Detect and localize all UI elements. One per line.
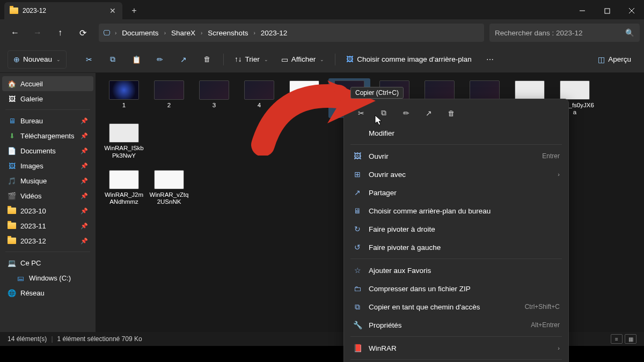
file-thumbnail — [560, 80, 590, 100]
ctx-copy-button[interactable]: ⧉ — [374, 105, 393, 122]
details-view-button[interactable]: ≡ — [611, 334, 623, 344]
ctx-share-button[interactable]: ↗ — [419, 105, 438, 122]
ctx-item[interactable]: ⊞Ouvrir avec› — [347, 165, 565, 183]
set-background-button[interactable]: 🖼 Choisir comme image d'arrière-plan — [341, 50, 477, 69]
pin-icon: 📌 — [80, 162, 88, 169]
ctx-item-icon: 🖼 — [353, 151, 362, 161]
sidebar-2023-10[interactable]: 2023-10📌 — [2, 203, 93, 218]
sidebar-this-pc[interactable]: 💻Ce PC — [2, 255, 93, 270]
file-thumbnail — [515, 80, 545, 100]
ctx-rename-button[interactable]: ✏ — [397, 105, 416, 122]
file-item[interactable]: chrome_4i... — [283, 78, 325, 118]
tab-current[interactable]: 2023-12 ✕ — [4, 2, 122, 19]
share-button[interactable]: ↗ — [173, 50, 194, 69]
sidebar-images[interactable]: 🖼Images📌 — [2, 158, 93, 173]
more-button[interactable]: ⋯ — [479, 50, 501, 69]
cut-button[interactable]: ✂ — [78, 50, 100, 69]
crumb-2023-12[interactable]: 2023-12 — [258, 27, 291, 39]
sidebar-network[interactable]: 🌐Réseau — [2, 285, 93, 300]
forward-button[interactable]: → — [27, 23, 48, 42]
file-item[interactable]: WinRAR_J2mANdhmmz — [103, 168, 145, 208]
sidebar-item-label: Réseau — [20, 289, 45, 297]
crumb-documents[interactable]: Documents — [119, 27, 162, 39]
status-count: 14 élément(s) — [8, 335, 47, 343]
ctx-item[interactable]: 📕WinRAR› — [347, 339, 565, 357]
ctx-item-label: Ajouter aux Favoris — [369, 267, 431, 275]
file-item[interactable]: 4 — [238, 78, 280, 118]
ctx-item[interactable]: ⧉Copier en tant que chemin d'accèsCtrl+S… — [347, 298, 565, 316]
sidebar-gallery[interactable]: 🖼Galerie — [2, 91, 93, 106]
sidebar-desktop[interactable]: 🖥Bureau📌 — [2, 113, 93, 128]
delete-button[interactable]: 🗑 — [196, 50, 218, 69]
file-label: WinRAR_J2mANdhmmz — [104, 191, 144, 205]
view-mode-buttons: ≡ ▦ — [611, 334, 636, 344]
file-thumbnail — [154, 80, 184, 100]
sidebar-downloads[interactable]: ⬇Téléchargements📌 — [2, 128, 93, 143]
up-button[interactable]: ↑ — [49, 23, 71, 42]
icons-view-button[interactable]: ▦ — [625, 334, 636, 344]
sidebar-videos[interactable]: 🎬Vidéos📌 — [2, 188, 93, 203]
chevron-right-icon: › — [162, 30, 168, 36]
ctx-delete-button[interactable]: 🗑 — [442, 105, 461, 122]
background-label: Choisir comme image d'arrière-plan — [357, 55, 471, 63]
sidebar-item-label: 2023-12 — [20, 237, 46, 245]
ctx-item[interactable]: 🔧PropriétésAlt+Entrer — [347, 316, 565, 334]
rename-button[interactable]: ✏ — [149, 50, 171, 69]
file-label: chrome_4i... — [287, 102, 321, 109]
ctx-item[interactable]: 🖼OuvrirEntrer — [347, 147, 565, 165]
sidebar-home[interactable]: 🏠Accueil — [2, 76, 93, 91]
sidebar-item-label: Documents — [20, 147, 56, 155]
ctx-item[interactable]: ↺Faire pivoter à gauche — [347, 238, 565, 256]
address-bar[interactable]: 🖵 › Documents › ShareX › Screenshots › 2… — [99, 24, 484, 42]
sidebar-2023-12[interactable]: 2023-12📌 — [2, 233, 93, 248]
ctx-shortcut: Ctrl+Shift+C — [525, 303, 560, 311]
file-item[interactable]: WinRAR_ISkbPk3NwY — [103, 121, 145, 161]
separator — [223, 54, 224, 65]
search-placeholder: Rechercher dans : 2023-12 — [495, 29, 583, 37]
pin-icon: 📌 — [80, 132, 88, 139]
ctx-item-icon: 🗀 — [353, 284, 362, 293]
ctx-item[interactable]: 🖥Choisir comme arrière-plan du bureau — [347, 202, 565, 220]
context-separator — [350, 336, 562, 337]
crumb-sharex[interactable]: ShareX — [168, 27, 199, 39]
back-button[interactable]: ← — [4, 23, 26, 42]
preview-pane-button[interactable]: ◫ Aperçu — [592, 50, 636, 69]
ctx-item-icon: 🔧 — [353, 320, 362, 330]
new-tab-button[interactable]: + — [126, 2, 143, 19]
minimize-button[interactable] — [570, 2, 595, 19]
sort-button[interactable]: ↑↓ Trier ⌄ — [229, 50, 274, 69]
search-icon: 🔍 — [625, 28, 634, 37]
ctx-edit[interactable]: Modifier — [347, 124, 565, 142]
sidebar-2023-11[interactable]: 2023-11📌 — [2, 218, 93, 233]
chevron-right-icon: › — [558, 345, 560, 351]
ctx-item[interactable]: ☆Ajouter aux Favoris — [347, 261, 565, 279]
file-label: 2 — [167, 102, 171, 109]
file-item[interactable]: WinRAR_vZtq2USnNK — [148, 168, 190, 208]
file-item[interactable]: 2 — [148, 78, 190, 118]
crumb-screenshots[interactable]: Screenshots — [204, 27, 251, 39]
pc-icon: 🖵 — [103, 29, 111, 37]
paste-button[interactable]: 📋 — [126, 50, 147, 69]
close-window-button[interactable] — [619, 2, 644, 19]
sidebar-documents[interactable]: 📄Documents📌 — [2, 143, 93, 158]
ctx-item-icon: ☆ — [353, 265, 362, 275]
ctx-cut-button[interactable]: ✂ — [352, 105, 371, 122]
chevron-right-icon: › — [251, 30, 257, 36]
ctx-item[interactable]: ↗Partager — [347, 183, 565, 202]
chevron-right-icon: › — [558, 171, 560, 178]
sidebar-item-label: Bureau — [20, 117, 43, 125]
file-item[interactable]: 1 — [103, 78, 145, 118]
close-tab-icon[interactable]: ✕ — [108, 6, 117, 15]
copy-button[interactable]: ⧉ — [102, 50, 123, 69]
file-item[interactable]: 3 — [193, 78, 235, 118]
maximize-button[interactable] — [595, 2, 619, 19]
sidebar-music[interactable]: 🎵Musique📌 — [2, 173, 93, 188]
ctx-item[interactable]: ↻Faire pivoter à droite — [347, 220, 565, 238]
refresh-button[interactable]: ⟳ — [72, 23, 93, 42]
view-button[interactable]: ▭ Afficher ⌄ — [276, 50, 330, 69]
sidebar-drive-c[interactable]: 🖴Windows (C:) — [2, 270, 93, 285]
ctx-item-label: Ouvrir — [369, 152, 389, 160]
ctx-item[interactable]: 🗀Compresser dans un fichier ZIP — [347, 279, 565, 298]
search-box[interactable]: Rechercher dans : 2023-12 🔍 — [489, 24, 640, 42]
new-button[interactable]: ⊕ Nouveau ⌄ — [8, 50, 67, 69]
